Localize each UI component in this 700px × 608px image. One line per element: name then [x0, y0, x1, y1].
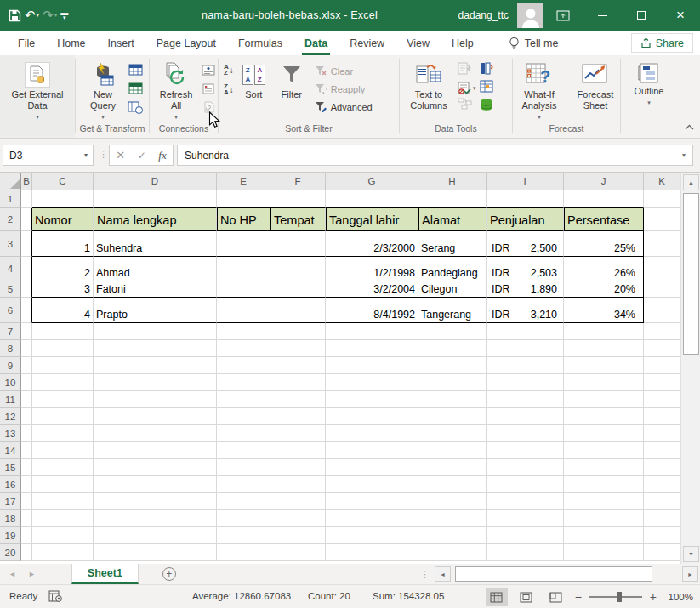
cell-K15[interactable]	[644, 459, 680, 476]
cell-B20[interactable]	[21, 544, 32, 561]
cell-I7[interactable]	[487, 323, 564, 340]
zoom-slider-thumb[interactable]	[617, 592, 622, 602]
cell-I4[interactable]: IDR2,503	[487, 257, 564, 281]
cell-K4[interactable]	[644, 257, 680, 281]
cell-D11[interactable]	[94, 391, 217, 408]
cell-F16[interactable]	[270, 476, 326, 493]
cell-D16[interactable]	[94, 476, 217, 493]
cell-G7[interactable]	[326, 323, 418, 340]
cell-B17[interactable]	[21, 493, 32, 510]
cell-K14[interactable]	[644, 442, 680, 459]
cell-I15[interactable]	[487, 459, 564, 476]
page-break-preview-button[interactable]	[545, 588, 567, 606]
cell-B9[interactable]	[21, 357, 32, 374]
cell-F2[interactable]: Tempat	[270, 208, 326, 231]
column-header-D[interactable]: D	[94, 173, 217, 190]
new-sheet-button[interactable]: +	[162, 564, 176, 584]
row-header-20[interactable]: 20	[0, 544, 21, 561]
cell-G19[interactable]	[326, 527, 418, 544]
row-header-13[interactable]: 13	[0, 425, 21, 442]
cell-C12[interactable]	[32, 408, 94, 425]
expand-formula-bar-icon[interactable]: ▾	[682, 151, 686, 159]
cell-E14[interactable]	[217, 442, 270, 459]
cell-H17[interactable]	[418, 493, 487, 510]
filter-button[interactable]: Filter	[274, 60, 310, 100]
cell-I14[interactable]	[487, 442, 564, 459]
cell-B16[interactable]	[21, 476, 32, 493]
zoom-slider[interactable]	[589, 596, 642, 598]
row-header-17[interactable]: 17	[0, 493, 21, 510]
column-header-H[interactable]: H	[418, 173, 487, 190]
row-header-3[interactable]: 3	[0, 231, 21, 257]
cell-K16[interactable]	[644, 476, 680, 493]
cell-K8[interactable]	[644, 340, 680, 357]
outline-button[interactable]: Outline ▾	[631, 60, 668, 108]
column-header-E[interactable]: E	[217, 173, 270, 190]
cell-J12[interactable]	[564, 408, 644, 425]
row-header-16[interactable]: 16	[0, 476, 21, 493]
undo-button[interactable]: ↶▾	[25, 8, 39, 23]
formula-input[interactable]: Suhendra ▾	[177, 145, 693, 166]
row-header-2[interactable]: 2	[0, 208, 21, 231]
cell-G10[interactable]	[326, 374, 418, 391]
cell-D3[interactable]: Suhendra	[94, 231, 217, 257]
cell-J8[interactable]	[564, 340, 644, 357]
column-header-I[interactable]: I	[487, 173, 564, 190]
get-external-data-button[interactable]: Get External Data ▾	[3, 60, 72, 122]
cell-K11[interactable]	[644, 391, 680, 408]
cell-I1[interactable]	[487, 190, 564, 208]
cell-E12[interactable]	[217, 408, 270, 425]
refresh-all-button[interactable]: Refresh All ▾	[153, 60, 199, 122]
cell-J20[interactable]	[564, 544, 644, 561]
cell-H8[interactable]	[418, 340, 487, 357]
vertical-scroll-thumb[interactable]	[683, 193, 699, 355]
cell-J14[interactable]	[564, 442, 644, 459]
cell-F3[interactable]	[270, 231, 326, 257]
cell-C4[interactable]: 2	[32, 257, 94, 281]
cell-K3[interactable]	[644, 231, 680, 257]
tab-formulas[interactable]: Formulas	[227, 31, 293, 55]
cell-K9[interactable]	[644, 357, 680, 374]
cell-K1[interactable]	[644, 190, 680, 208]
cell-D12[interactable]	[94, 408, 217, 425]
tab-page-layout[interactable]: Page Layout	[145, 31, 227, 55]
maximize-button[interactable]	[622, 0, 661, 31]
cell-I18[interactable]	[487, 510, 564, 527]
cell-J3[interactable]: 25%	[564, 231, 644, 257]
cell-H20[interactable]	[418, 544, 487, 561]
cell-E6[interactable]	[217, 298, 270, 323]
what-if-analysis-button[interactable]: ? What-If Analysis ▾	[511, 60, 567, 122]
cell-J16[interactable]	[564, 476, 644, 493]
manage-data-model-icon[interactable]	[480, 98, 500, 114]
cell-C14[interactable]	[32, 442, 94, 459]
ribbon-display-options-icon[interactable]	[543, 0, 583, 31]
formula-bar-grip[interactable]: ⋮	[99, 149, 108, 160]
cell-H19[interactable]	[418, 527, 487, 544]
cell-H9[interactable]	[418, 357, 487, 374]
avatar[interactable]	[517, 3, 543, 28]
status-average[interactable]: Average: 12860.67083	[192, 591, 291, 601]
show-queries-icon[interactable]	[126, 62, 145, 77]
cell-F14[interactable]	[270, 442, 326, 459]
cell-G12[interactable]	[326, 408, 418, 425]
cell-K12[interactable]	[644, 408, 680, 425]
sort-descending-icon[interactable]: ZA↓	[224, 83, 234, 95]
cell-C5[interactable]: 3	[32, 281, 94, 298]
status-sum[interactable]: Sum: 154328.05	[373, 591, 444, 601]
cell-K20[interactable]	[644, 544, 680, 561]
cell-B19[interactable]	[21, 527, 32, 544]
row-header-1[interactable]: 1	[0, 190, 21, 208]
cell-C1[interactable]	[32, 190, 94, 208]
cell-J19[interactable]	[564, 527, 644, 544]
zoom-in-button[interactable]: +	[650, 590, 657, 604]
cell-K13[interactable]	[644, 425, 680, 442]
sort-ascending-icon[interactable]: AZ↓	[224, 64, 234, 76]
cell-G13[interactable]	[326, 425, 418, 442]
cell-C11[interactable]	[32, 391, 94, 408]
cell-F9[interactable]	[270, 357, 326, 374]
cell-C17[interactable]	[32, 493, 94, 510]
column-header-C[interactable]: C	[32, 173, 94, 190]
cell-E7[interactable]	[217, 323, 270, 340]
cell-G6[interactable]: 8/4/1992	[326, 298, 418, 323]
cell-E15[interactable]	[217, 459, 270, 476]
